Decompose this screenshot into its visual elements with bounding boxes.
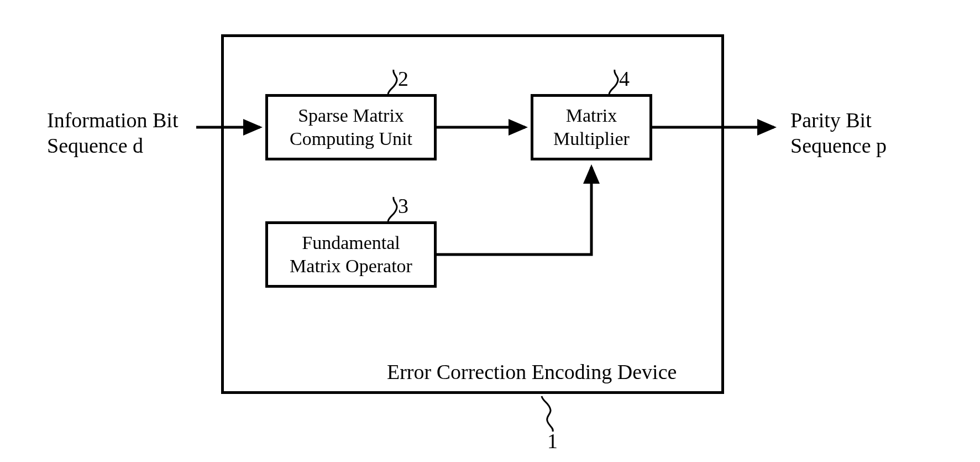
input-label-line-2: Sequence d bbox=[47, 134, 143, 157]
fundamental-matrix-operator-block: Fundamental Matrix Operator bbox=[265, 221, 437, 288]
block-3-label-line-1: Fundamental bbox=[302, 232, 400, 253]
block-2-label-line-1: Sparse Matrix bbox=[298, 105, 404, 126]
sparse-matrix-computing-unit-block: Sparse Matrix Computing Unit bbox=[265, 94, 437, 160]
block-4-label-line-1: Matrix bbox=[566, 105, 617, 126]
device-box bbox=[221, 34, 724, 394]
ref-1-leader bbox=[542, 396, 553, 432]
device-label: Error Correction Encoding Device bbox=[387, 360, 677, 384]
matrix-multiplier-block: Matrix Multiplier bbox=[531, 94, 652, 160]
input-label: Information Bit Sequence d bbox=[47, 108, 178, 158]
reference-numeral-4: 4 bbox=[619, 66, 630, 91]
input-label-line-1: Information Bit bbox=[47, 108, 178, 132]
error-correction-encoding-diagram: Sparse Matrix Computing Unit Fundamental… bbox=[0, 0, 980, 462]
block-4-label-line-2: Multiplier bbox=[553, 128, 630, 149]
reference-numeral-1: 1 bbox=[547, 429, 558, 453]
output-label: Parity Bit Sequence p bbox=[790, 108, 887, 158]
reference-numeral-3: 3 bbox=[398, 194, 408, 218]
reference-numeral-2: 2 bbox=[398, 66, 408, 91]
output-label-line-2: Sequence p bbox=[790, 134, 887, 157]
output-label-line-1: Parity Bit bbox=[790, 108, 872, 132]
block-3-label-line-2: Matrix Operator bbox=[290, 256, 412, 276]
block-2-label-line-2: Computing Unit bbox=[290, 128, 412, 149]
